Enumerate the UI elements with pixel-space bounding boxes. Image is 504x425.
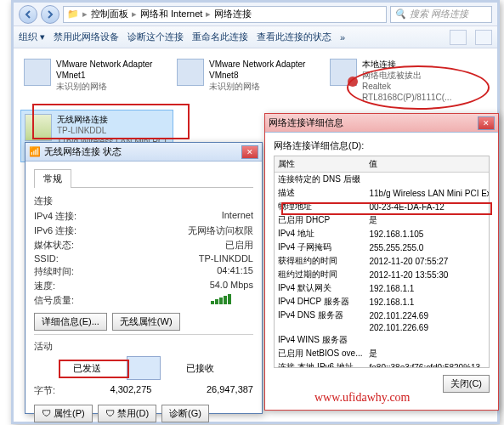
- prop-value: 54.0 Mbps: [210, 280, 253, 292]
- properties-button[interactable]: 🛡 属性(P): [34, 405, 93, 422]
- help-icon[interactable]: [475, 30, 492, 45]
- prop-name: 租约过期的时间: [275, 268, 365, 281]
- prop-value: 04:41:15: [217, 265, 253, 278]
- sent-label: 已发送: [73, 362, 101, 375]
- col-property: 属性: [275, 156, 365, 173]
- breadcrumb[interactable]: 控制面板: [91, 8, 128, 20]
- details-button[interactable]: 详细信息(E)...: [34, 313, 107, 331]
- prop-label: SSID:: [34, 253, 59, 264]
- table-row[interactable]: 已启用 DHCP是: [275, 213, 490, 227]
- folder-icon: 📁: [67, 8, 79, 20]
- prop-name: IPv4 DHCP 服务器: [275, 295, 365, 309]
- prop-label: IPv4 连接:: [34, 210, 76, 223]
- table-row[interactable]: 获得租约的时间2012-11-20 07:55:27: [275, 254, 490, 268]
- nav-bar: 📁 ▸ 控制面板 ▸ 网络和 Internet ▸ 网络连接 🔍 搜索 网络连接: [14, 3, 497, 26]
- back-button[interactable]: [19, 5, 37, 24]
- prop-name: IPv4 子网掩码: [275, 241, 365, 254]
- close-button[interactable]: ✕: [241, 145, 258, 159]
- diagnose-button[interactable]: 诊断(G): [161, 405, 209, 422]
- wireless-props-button[interactable]: 无线属性(W): [112, 313, 180, 331]
- table-row[interactable]: 租约过期的时间2012-11-20 13:55:30: [275, 268, 490, 281]
- prop-name: IPv4 地址: [275, 227, 365, 241]
- sent-value: 4,302,275: [55, 384, 207, 397]
- wifi-icon: [25, 114, 52, 141]
- col-value: 值: [365, 156, 490, 173]
- adapter-local[interactable]: 本地连接网络电缆被拔出Realtek RTL8168C(P)/8111C(...: [326, 55, 462, 106]
- prop-value: [365, 173, 490, 187]
- prop-value: 2012-11-20 13:55:30: [365, 268, 490, 281]
- prop-name: 已启用 NetBIOS ove...: [275, 347, 365, 360]
- toolbar: 组织 ▾ 禁用此网络设备 诊断这个连接 重命名此连接 查看此连接的状态 »: [14, 26, 497, 48]
- recv-value: 26,947,387: [207, 384, 253, 397]
- details-dialog: 网络连接详细信息 ✕ 网络连接详细信息(D): 属性值 连接特定的 DNS 后缀…: [264, 113, 499, 411]
- adapter-icon: [330, 59, 357, 86]
- status-dialog: 📶 无线网络连接 状态 ✕ 常规 连接 IPv4 连接:InternetIPv6…: [25, 142, 263, 414]
- dialog-title: 无线网络连接 状态: [44, 145, 241, 158]
- bytes-label: 字节:: [34, 384, 55, 397]
- prop-value: 2012-11-20 07:55:27: [365, 254, 490, 268]
- prop-value: TP-LINKDDL: [199, 253, 253, 264]
- dialog-title: 网络连接详细信息: [269, 116, 478, 129]
- breadcrumb[interactable]: 网络连接: [214, 8, 252, 20]
- table-row[interactable]: 连接-本地 IPv6 地址fe80::38e3:f76:cfd0:5820%13: [275, 360, 490, 368]
- prop-label: IPv6 连接:: [34, 224, 76, 237]
- rename-conn[interactable]: 重命名此连接: [192, 31, 248, 43]
- prop-value: 无网络访问权限: [188, 224, 253, 237]
- section-connection: 连接: [34, 195, 253, 207]
- titlebar: 📶 无线网络连接 状态 ✕: [25, 143, 262, 162]
- forward-button[interactable]: [41, 5, 59, 24]
- prop-name: 物理地址: [275, 200, 365, 213]
- section-activity: 活动: [34, 340, 253, 353]
- table-row[interactable]: IPv4 DNS 服务器202.101.224.69: [275, 309, 490, 322]
- search-input[interactable]: 🔍 搜索 网络连接: [390, 6, 492, 23]
- table-row[interactable]: 202.101.226.69: [275, 322, 490, 333]
- prop-name: [275, 322, 365, 333]
- prop-value: 已启用: [225, 239, 253, 252]
- close-button[interactable]: ✕: [478, 116, 495, 130]
- prop-name: 获得租约的时间: [275, 254, 365, 268]
- prop-value: fe80::38e3:f76:cfd0:5820%13: [365, 360, 490, 368]
- search-icon: 🔍: [394, 8, 406, 20]
- tab-general[interactable]: 常规: [34, 169, 71, 188]
- wifi-icon: 📶: [29, 146, 41, 157]
- prop-value: 00-23-4E-DA-FA-12: [365, 200, 490, 213]
- table-row[interactable]: 物理地址00-23-4E-DA-FA-12: [275, 200, 490, 213]
- table-row[interactable]: IPv4 WINS 服务器: [275, 333, 490, 347]
- close-button[interactable]: 关闭(C): [443, 375, 490, 393]
- more-menu[interactable]: »: [340, 32, 345, 42]
- prop-label: 持续时间:: [34, 265, 74, 278]
- table-row[interactable]: IPv4 DHCP 服务器192.168.1.1: [275, 295, 490, 309]
- prop-value: 是: [365, 213, 490, 227]
- breadcrumb[interactable]: 网络和 Internet: [140, 8, 202, 20]
- table-row[interactable]: 已启用 NetBIOS ove...是: [275, 347, 490, 360]
- prop-value: 192.168.1.1: [365, 295, 490, 309]
- prop-value: [365, 333, 490, 347]
- adapter-icon: [24, 59, 51, 86]
- disable-device[interactable]: 禁用此网络设备: [54, 31, 119, 43]
- prop-value: 192.168.1.105: [365, 227, 490, 241]
- view-icon[interactable]: [450, 30, 467, 45]
- prop-name: 已启用 DHCP: [275, 213, 365, 227]
- table-row[interactable]: IPv4 地址192.168.1.105: [275, 227, 490, 241]
- table-row[interactable]: IPv4 默认网关192.168.1.1: [275, 281, 490, 295]
- table-row[interactable]: 连接特定的 DNS 后缀: [275, 173, 490, 187]
- details-table: 属性值 连接特定的 DNS 后缀描述11b/g Wireless LAN Min…: [275, 156, 490, 368]
- view-status[interactable]: 查看此连接的状态: [257, 31, 331, 43]
- organize-menu[interactable]: 组织 ▾: [19, 31, 45, 43]
- received-label: 已接收: [186, 362, 214, 375]
- address-bar[interactable]: 📁 ▸ 控制面板 ▸ 网络和 Internet ▸ 网络连接: [63, 6, 387, 23]
- signal-bars-icon: [211, 294, 253, 304]
- signal-label: 信号质量:: [34, 294, 74, 307]
- disable-button[interactable]: 🛡 禁用(D): [98, 405, 156, 422]
- adapter-vmnet1[interactable]: VMware Network Adapter VMnet1未识别的网络: [20, 55, 156, 106]
- table-row[interactable]: IPv4 子网掩码255.255.255.0: [275, 241, 490, 254]
- adapter-icon: [177, 59, 204, 86]
- prop-value: 192.168.1.1: [365, 281, 490, 295]
- prop-label: 媒体状态:: [34, 239, 74, 252]
- table-row[interactable]: 描述11b/g Wireless LAN Mini PCI Ex: [275, 186, 490, 200]
- adapter-vmnet8[interactable]: VMware Network Adapter VMnet8未识别的网络: [173, 55, 309, 106]
- prop-name: 描述: [275, 186, 365, 200]
- heading: 网络连接详细信息(D):: [274, 139, 490, 152]
- prop-value: 是: [365, 347, 490, 360]
- diagnose-conn[interactable]: 诊断这个连接: [127, 31, 184, 43]
